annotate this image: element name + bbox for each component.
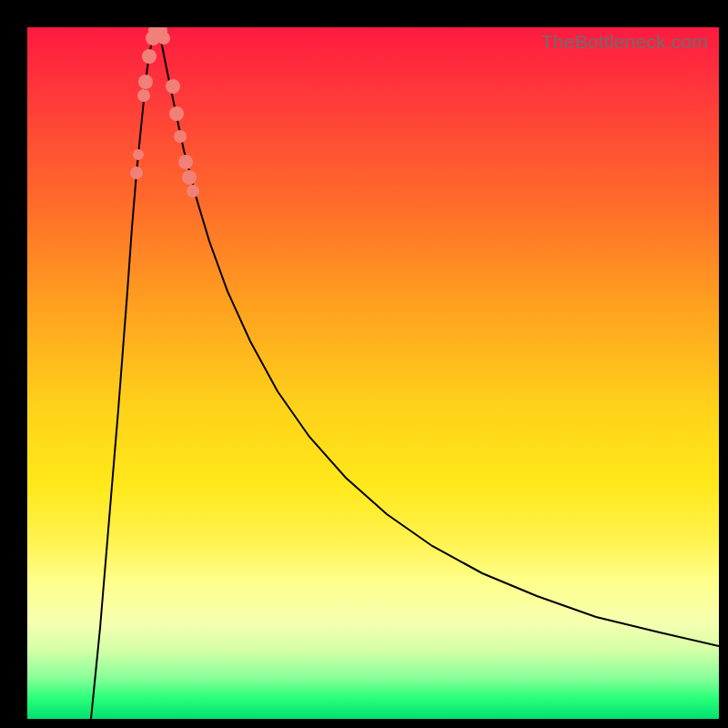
scatter-dot bbox=[169, 106, 184, 121]
chart-frame: TheBottleneck.com bbox=[27, 27, 719, 719]
scatter-dot bbox=[133, 149, 144, 160]
scatter-dot bbox=[138, 75, 153, 89]
scatter-dot bbox=[174, 130, 187, 143]
scatter-dot bbox=[187, 185, 199, 197]
curve-left-branch bbox=[91, 29, 158, 719]
curve-right-branch bbox=[158, 29, 719, 646]
scatter-dot bbox=[157, 32, 170, 45]
scatter-dot bbox=[166, 79, 180, 94]
scatter-dots bbox=[130, 27, 199, 197]
scatter-dot bbox=[182, 170, 197, 185]
bottleneck-curve-plot bbox=[27, 27, 719, 719]
scatter-dot bbox=[178, 155, 193, 169]
scatter-dot bbox=[142, 49, 157, 64]
scatter-dot bbox=[130, 167, 143, 179]
scatter-dot bbox=[137, 89, 150, 102]
